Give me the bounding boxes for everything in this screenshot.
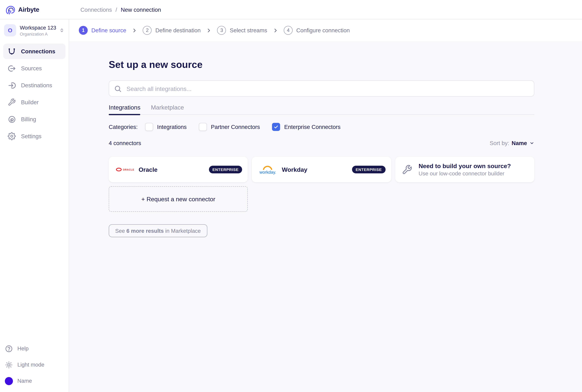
chevron-right-icon	[206, 28, 212, 33]
airbyte-octopus-icon	[5, 4, 15, 15]
breadcrumb-current: New connection	[121, 6, 161, 13]
airbyte-logo[interactable]: Airbyte	[0, 4, 69, 15]
oracle-logo-text: ORACLE	[123, 168, 134, 171]
help-button[interactable]: Help	[3, 342, 66, 355]
wrench-icon	[402, 164, 412, 175]
step-label: Define destination	[155, 27, 200, 34]
workspace-org: Organization A	[20, 32, 55, 36]
search-icon	[114, 85, 122, 92]
step-define-destination[interactable]: 2 Define destination	[143, 26, 200, 35]
build-card-title: Need to build your own source?	[418, 162, 511, 169]
oracle-ring-icon	[116, 168, 122, 171]
filter-enterprise-connectors[interactable]: Enterprise Connectors	[272, 123, 340, 131]
sort-value: Name	[512, 140, 527, 146]
connector-card-workday[interactable]: workday. Workday ENTERPRISE	[252, 157, 391, 182]
step-number: 3	[217, 26, 226, 35]
chevron-down-icon	[530, 141, 534, 146]
connections-icon	[7, 47, 16, 56]
search-bar	[109, 80, 534, 96]
sidebar-item-label: Connections	[21, 48, 55, 54]
sidebar: O Workspace 123 Organization A	[0, 20, 69, 392]
breadcrumb-separator: /	[116, 6, 117, 13]
stepper: 1 Define source 2 Define destination 3 S…	[69, 20, 582, 41]
airbyte-app: Airbyte Connections / New connection O W…	[0, 0, 582, 392]
unfold-more-icon	[59, 28, 65, 33]
step-label: Select streams	[230, 27, 267, 34]
tab-marketplace[interactable]: Marketplace	[151, 104, 184, 114]
theme-label: Light mode	[18, 362, 44, 368]
chevron-right-icon	[273, 28, 278, 33]
connector-name: Workday	[282, 166, 352, 173]
main-column: 1 Define source 2 Define destination 3 S…	[69, 20, 582, 392]
destinations-icon	[7, 81, 16, 90]
see-more-prefix: See	[115, 228, 126, 234]
filter-label: Integrations	[157, 124, 187, 130]
sources-icon	[7, 64, 16, 73]
filter-label: Enterprise Connectors	[284, 124, 340, 130]
sidebar-footer: Help Light mode	[3, 342, 66, 387]
step-number: 2	[143, 26, 152, 35]
sidebar-item-label: Destinations	[21, 82, 52, 88]
step-number: 4	[284, 26, 292, 35]
sidebar-item-builder[interactable]: Builder	[3, 94, 66, 110]
checkbox-unchecked[interactable]	[145, 123, 153, 131]
request-connector-button[interactable]: + Request a new connector	[109, 186, 248, 212]
connector-count: 4 connectors	[109, 140, 141, 146]
checkbox-unchecked[interactable]	[199, 123, 207, 131]
connector-card-oracle[interactable]: ORACLE Oracle ENTERPRISE	[109, 157, 248, 182]
sort-label: Sort by:	[490, 140, 509, 146]
workday-logo: workday.	[259, 164, 282, 175]
workspace-meta: Workspace 123 Organization A	[20, 24, 55, 36]
tab-integrations[interactable]: Integrations	[109, 104, 140, 114]
search-input[interactable]	[126, 85, 529, 92]
sun-icon	[5, 361, 13, 369]
help-circle-icon	[5, 344, 13, 353]
sidebar-item-destinations[interactable]: Destinations	[3, 78, 66, 93]
connector-grid: ORACLE Oracle ENTERPRISE workday.	[109, 157, 534, 182]
step-label: Configure connection	[296, 27, 350, 34]
checkbox-checked[interactable]	[272, 123, 280, 131]
page-title: Set up a new source	[109, 59, 534, 70]
see-more-count: 6 more results	[126, 228, 164, 234]
oracle-logo: ORACLE	[116, 168, 139, 171]
sidebar-item-billing[interactable]: Billing	[3, 112, 66, 127]
wrench-icon	[7, 98, 16, 107]
sidebar-item-connections[interactable]: Connections	[3, 44, 66, 59]
step-define-source[interactable]: 1 Define source	[79, 26, 126, 35]
see-more-results-button[interactable]: See 6 more results in Marketplace	[109, 224, 207, 237]
sidebar-item-label: Builder	[21, 99, 39, 106]
filter-label: Partner Connectors	[211, 124, 260, 130]
help-label: Help	[18, 346, 28, 352]
filter-integrations[interactable]: Integrations	[145, 123, 187, 131]
category-filters: Categories: Integrations Partner Connect…	[109, 123, 534, 131]
sidebar-item-settings[interactable]: Settings	[3, 128, 66, 144]
step-number: 1	[79, 26, 88, 35]
content-area: Set up a new source Integrations Marketp…	[69, 41, 582, 392]
build-card-subtitle: Use our low-code connector builder	[418, 170, 511, 176]
sidebar-item-label: Sources	[21, 65, 42, 72]
build-your-own-card[interactable]: Need to build your own source? Use our l…	[395, 157, 534, 182]
user-name-label: Name	[18, 378, 32, 384]
connector-name: Oracle	[139, 166, 209, 173]
user-menu[interactable]: Name	[3, 374, 66, 387]
sidebar-item-label: Settings	[21, 133, 42, 140]
results-header: 4 connectors Sort by: Name	[109, 140, 534, 146]
breadcrumb-connections-link[interactable]: Connections	[80, 6, 112, 13]
workspace-selector[interactable]: O Workspace 123 Organization A	[3, 24, 66, 37]
top-bar: Airbyte Connections / New connection	[0, 0, 582, 20]
breadcrumb: Connections / New connection	[80, 6, 161, 13]
billing-icon	[7, 115, 16, 124]
workspace-name: Workspace 123	[20, 24, 55, 30]
enterprise-badge: ENTERPRISE	[352, 166, 386, 173]
workday-logo-text: workday.	[260, 170, 276, 174]
sidebar-nav: Connections Sources	[3, 44, 66, 144]
step-configure-connection[interactable]: 4 Configure connection	[284, 26, 350, 35]
gear-icon	[7, 132, 16, 141]
sort-control[interactable]: Sort by: Name	[490, 140, 534, 146]
theme-toggle[interactable]: Light mode	[3, 358, 66, 371]
sidebar-item-label: Billing	[21, 116, 36, 122]
sidebar-item-sources[interactable]: Sources	[3, 60, 66, 76]
filter-partner-connectors[interactable]: Partner Connectors	[199, 123, 260, 131]
chevron-right-icon	[132, 28, 137, 33]
step-select-streams[interactable]: 3 Select streams	[217, 26, 267, 35]
